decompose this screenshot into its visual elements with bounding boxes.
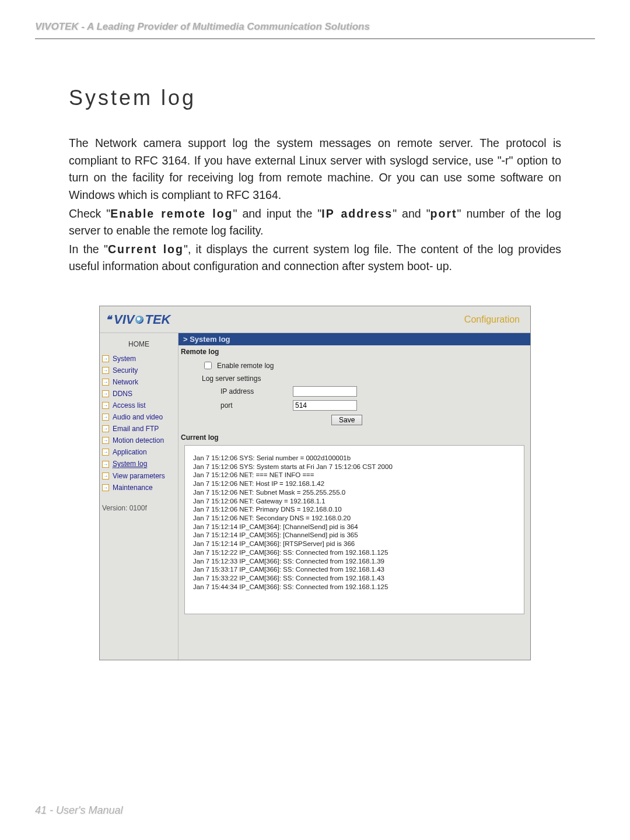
enable-remote-log-label: Enable remote log bbox=[217, 362, 274, 370]
divider bbox=[35, 38, 595, 39]
configuration-label: Configuration bbox=[464, 314, 520, 325]
leaf-icon: ❝ bbox=[106, 313, 111, 326]
sidebar-item-system[interactable]: →System bbox=[100, 353, 178, 365]
body-text: The Network camera support log the syste… bbox=[69, 135, 561, 275]
log-server-settings-label: Log server settings bbox=[202, 374, 261, 383]
arrow-icon: → bbox=[102, 390, 109, 397]
log-output: Jan 7 15:12:06 SYS: Serial number = 0002… bbox=[184, 445, 524, 614]
sidebar-item-view-parameters[interactable]: →View parameters bbox=[100, 470, 178, 482]
sidebar-item-motion[interactable]: →Motion detection bbox=[100, 435, 178, 446]
arrow-icon: → bbox=[102, 425, 109, 432]
port-label: port bbox=[202, 401, 289, 410]
sidebar-item-audio-video[interactable]: →Audio and video bbox=[100, 411, 178, 423]
sidebar-item-maintenance[interactable]: →Maintenance bbox=[100, 482, 178, 494]
sidebar: HOME →System →Security →Network →DDNS →A… bbox=[100, 333, 178, 660]
port-input[interactable] bbox=[293, 400, 357, 411]
sidebar-item-access-list[interactable]: →Access list bbox=[100, 400, 178, 411]
doc-header: VIVOTEK - A Leading Provider of Multimed… bbox=[35, 21, 595, 33]
sidebar-item-application[interactable]: →Application bbox=[100, 446, 178, 458]
arrow-icon: → bbox=[102, 473, 109, 480]
arrow-icon: → bbox=[102, 414, 109, 421]
arrow-icon: → bbox=[102, 449, 109, 456]
current-log-heading: Current log bbox=[178, 431, 530, 443]
sidebar-item-ddns[interactable]: →DDNS bbox=[100, 388, 178, 400]
ip-address-input[interactable] bbox=[293, 386, 357, 397]
paragraph-2: Check "Enable remote log" and input the … bbox=[69, 205, 561, 240]
version-text: Version: 0100f bbox=[100, 504, 178, 512]
arrow-icon: → bbox=[102, 461, 109, 468]
arrow-icon: → bbox=[102, 355, 109, 362]
arrow-icon: → bbox=[102, 379, 109, 386]
sidebar-item-system-log[interactable]: →System log bbox=[100, 458, 178, 470]
arrow-icon: → bbox=[102, 484, 109, 491]
vivotek-logo: ❝ VIVTEK bbox=[106, 312, 170, 327]
sidebar-item-email-ftp[interactable]: →Email and FTP bbox=[100, 423, 178, 435]
enable-remote-log-checkbox[interactable] bbox=[204, 362, 212, 369]
arrow-icon: → bbox=[102, 367, 109, 374]
page-title: System log bbox=[69, 86, 561, 110]
main-panel: > System log Remote log Enable remote lo… bbox=[178, 333, 530, 660]
sidebar-item-security[interactable]: →Security bbox=[100, 365, 178, 376]
ip-address-label: IP address bbox=[202, 387, 289, 396]
enable-remote-log-row: Enable remote log bbox=[202, 358, 530, 373]
ui-header: ❝ VIVTEK Configuration bbox=[100, 306, 530, 333]
save-button[interactable]: Save bbox=[331, 415, 362, 425]
config-ui: ❝ VIVTEK Configuration HOME →System →Sec… bbox=[99, 306, 531, 660]
eye-icon bbox=[135, 316, 144, 324]
paragraph-1: The Network camera support log the syste… bbox=[69, 135, 561, 204]
arrow-icon: → bbox=[102, 437, 109, 444]
paragraph-3: In the "Current log", it displays the cu… bbox=[69, 241, 561, 275]
remote-log-heading: Remote log bbox=[178, 345, 530, 357]
arrow-icon: → bbox=[102, 402, 109, 409]
page-footer: 41 - User's Manual bbox=[35, 804, 123, 817]
sidebar-item-network[interactable]: →Network bbox=[100, 376, 178, 388]
home-link[interactable]: HOME bbox=[100, 335, 178, 353]
breadcrumb: > System log bbox=[178, 333, 530, 345]
